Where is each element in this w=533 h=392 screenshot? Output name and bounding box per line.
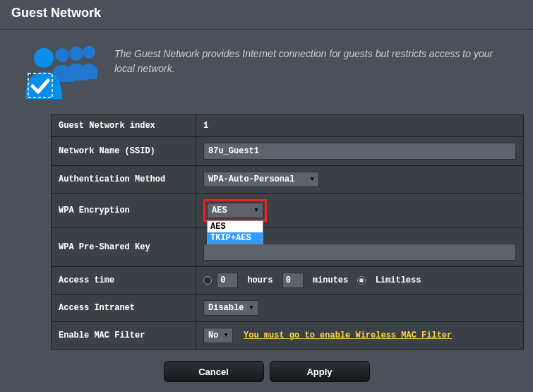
label-access: Access time bbox=[52, 267, 196, 295]
buttons-row: Cancel Apply bbox=[0, 350, 533, 382]
chevron-down-icon: ▼ bbox=[249, 304, 253, 311]
label-ssid: Network Name (SSID) bbox=[52, 137, 196, 166]
wpa-encryption-select[interactable]: AES ▼ bbox=[207, 203, 263, 218]
wpa-encryption-value: AES bbox=[212, 206, 227, 215]
guest-network-icon bbox=[20, 44, 97, 106]
label-psk: WPA Pre-Shared Key bbox=[52, 228, 196, 267]
cancel-button[interactable]: Cancel bbox=[164, 361, 264, 382]
option-aes[interactable]: AES bbox=[208, 221, 263, 232]
wpa-encryption-highlight: AES ▼ AES TKIP+AES bbox=[203, 199, 267, 222]
mac-filter-link[interactable]: You must go to enable Wireless MAC Filte… bbox=[244, 331, 452, 340]
hours-label: hours bbox=[247, 275, 273, 285]
wpa-encryption-dropdown: AES TKIP+AES bbox=[207, 220, 263, 244]
option-tkip-aes[interactable]: TKIP+AES bbox=[208, 232, 263, 244]
limitless-radio[interactable] bbox=[357, 276, 366, 285]
label-auth: Authentication Method bbox=[52, 166, 196, 194]
settings-table: Guest Network index 1 Network Name (SSID… bbox=[51, 114, 524, 350]
label-intranet: Access Intranet bbox=[52, 295, 196, 322]
ssid-input[interactable] bbox=[203, 143, 516, 160]
psk-input[interactable] bbox=[203, 244, 516, 261]
label-mac: Enable MAC Filter bbox=[52, 322, 196, 350]
auth-select[interactable]: WPA-Auto-Personal ▼ bbox=[203, 172, 319, 187]
minutes-label: minutes bbox=[313, 275, 348, 285]
apply-button[interactable]: Apply bbox=[270, 361, 370, 382]
label-gn-index: Guest Network index bbox=[52, 115, 196, 137]
chevron-down-icon: ▼ bbox=[224, 332, 227, 339]
page-title: Guest Network bbox=[0, 0, 533, 30]
svg-point-1 bbox=[69, 47, 83, 61]
value-gn-index: 1 bbox=[203, 121, 208, 131]
access-time-radio[interactable] bbox=[203, 276, 212, 285]
hours-input[interactable] bbox=[217, 273, 238, 288]
chevron-down-icon: ▼ bbox=[310, 176, 313, 183]
mac-select[interactable]: No ▼ bbox=[203, 328, 233, 343]
intranet-value: Disable bbox=[208, 303, 244, 313]
minutes-input[interactable] bbox=[282, 273, 304, 288]
svg-point-0 bbox=[55, 48, 69, 62]
limitless-label: Limitless bbox=[376, 275, 421, 285]
mac-value: No bbox=[208, 331, 218, 340]
auth-select-value: WPA-Auto-Personal bbox=[208, 174, 294, 184]
hero-description: The Guest Network provides Internet conn… bbox=[114, 44, 496, 76]
label-enc: WPA Encryption bbox=[52, 194, 196, 228]
intranet-select[interactable]: Disable ▼ bbox=[203, 300, 258, 316]
svg-point-3 bbox=[34, 48, 54, 68]
chevron-down-icon: ▼ bbox=[255, 207, 258, 214]
hero-section: The Guest Network provides Internet conn… bbox=[0, 30, 533, 114]
svg-point-2 bbox=[83, 46, 95, 59]
